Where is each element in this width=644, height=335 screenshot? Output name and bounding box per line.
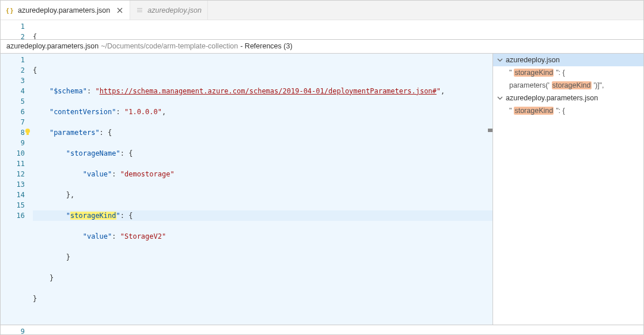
code-content[interactable]: { "$schema": "https://schema.management.… — [33, 54, 493, 325]
line-number: 2 — [1, 65, 25, 76]
line-number: 9 — [1, 138, 25, 148]
line-number: 14 — [1, 190, 25, 200]
line-number: 10 — [1, 148, 25, 159]
line-number-gutter: 1 2 3 4 5 6 7 8 — [1, 20, 33, 39]
references-file: azuredeploy.parameters.json — [6, 42, 99, 50]
tree-reference-item[interactable]: parameters('storageKind')]", — [493, 79, 643, 92]
file-icon — [136, 6, 144, 14]
svg-rect-1 — [137, 8, 142, 9]
references-editor[interactable]: 1 2 3 4 5 6 7 8 9 10 11 12 13 14 15 16 — [1, 54, 493, 325]
tree-reference-item[interactable]: "storageKind": { — [493, 66, 643, 79]
tab-active-file[interactable]: { } azuredeploy.parameters.json — [1, 1, 130, 20]
svg-point-6 — [25, 129, 30, 133]
references-count: - References (3) — [240, 42, 292, 50]
chevron-down-icon — [497, 57, 503, 63]
editor-pane-original[interactable]: 1 2 3 4 5 6 7 8 { "$schema": "https://sc… — [1, 20, 643, 40]
line-number: 7 — [1, 117, 25, 127]
references-tree[interactable]: azuredeploy.json "storageKind": { parame… — [493, 54, 643, 325]
tree-file-node[interactable]: azuredeploy.parameters.json — [493, 92, 643, 104]
close-icon[interactable] — [116, 6, 124, 14]
editor-pane-continuation[interactable]: 9 10 11 12 "value": "StorageV2" } } } — [1, 325, 643, 334]
overview-ruler[interactable] — [487, 54, 493, 325]
references-peek-pane: azuredeploy.parameters.json ~/Documents/… — [1, 40, 643, 325]
svg-rect-2 — [137, 10, 142, 10]
svg-text:{ }: { } — [6, 7, 13, 14]
code-content[interactable]: { "$schema": "https://schema.management.… — [33, 20, 643, 39]
line-number: 4 — [1, 86, 25, 96]
line-number: 2 — [1, 32, 25, 40]
code-content[interactable]: "value": "StorageV2" } } } — [33, 325, 643, 334]
line-number: 1 — [1, 55, 25, 65]
line-number: 12 — [1, 169, 25, 179]
tab-bar: { } azuredeploy.parameters.json azuredep… — [1, 1, 643, 20]
svg-rect-3 — [137, 12, 142, 12]
references-path: ~/Documents/code/arm-template-collection — [101, 42, 238, 50]
line-number-gutter: 1 2 3 4 5 6 7 8 9 10 11 12 13 14 15 16 — [1, 54, 33, 325]
tab-inactive-file[interactable]: azuredeploy.json — [130, 1, 208, 20]
line-number: 16 — [1, 210, 25, 221]
line-number: 8 — [1, 127, 25, 138]
line-number: 11 — [1, 159, 25, 169]
lightbulb-icon[interactable] — [24, 128, 32, 136]
tree-reference-item[interactable]: "storageKind": { — [493, 104, 643, 117]
tab-inactive-label: azuredeploy.json — [147, 6, 202, 14]
svg-rect-7 — [26, 133, 29, 135]
line-number: 13 — [1, 179, 25, 190]
references-header: azuredeploy.parameters.json ~/Documents/… — [1, 40, 643, 54]
line-number: 9 — [1, 326, 25, 334]
tree-file-label: azuredeploy.json — [506, 56, 560, 64]
chevron-down-icon — [497, 95, 503, 101]
line-number: 5 — [1, 96, 25, 107]
line-number: 3 — [1, 76, 25, 86]
json-file-icon: { } — [6, 6, 14, 14]
line-number: 15 — [1, 200, 25, 210]
ruler-mark — [488, 129, 493, 132]
tree-file-label: azuredeploy.parameters.json — [506, 94, 598, 102]
line-number-gutter: 9 10 11 12 — [1, 325, 33, 334]
tree-file-node[interactable]: azuredeploy.json — [493, 54, 643, 66]
line-number: 6 — [1, 107, 25, 117]
tab-active-label: azuredeploy.parameters.json — [18, 6, 110, 14]
line-number: 1 — [1, 21, 25, 32]
